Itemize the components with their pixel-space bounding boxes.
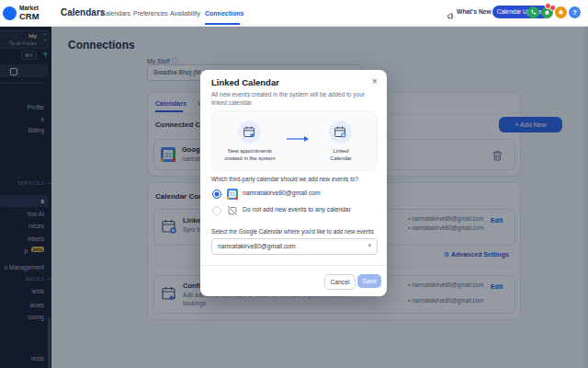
calendar-off-icon [227, 203, 238, 220]
save-button[interactable]: Save [357, 274, 381, 288]
calendar-gear-icon [329, 121, 352, 144]
radio-no-calendar[interactable] [212, 206, 221, 215]
option-google-label[interactable]: namratakirve80@gmail.com [243, 190, 321, 196]
whats-new-icon [447, 7, 455, 24]
tab-availability[interactable]: Availability [170, 10, 200, 17]
whats-new-link[interactable]: What's New [457, 8, 492, 15]
close-icon[interactable]: × [372, 75, 378, 86]
tab-connections[interactable]: Connections [205, 10, 243, 17]
app-window: hly Île de France ▴ ▾ ⌘K + Profile e Bil… [0, 0, 588, 368]
diagram-panel: New appointments created in the system L… [211, 110, 378, 171]
select-value: namratakirve80@gmail.com [218, 243, 296, 249]
tab-connections-underline [205, 23, 240, 25]
announcement-notification-dot [549, 5, 556, 11]
help-icon[interactable]: ? [569, 6, 581, 18]
radio-google-calendar[interactable] [212, 190, 221, 199]
bell-icon[interactable] [555, 6, 567, 18]
arrow-right-icon [286, 130, 310, 146]
google-calendar-select[interactable]: namratakirve80@gmail.com ▾ [211, 238, 378, 255]
phone-icon[interactable] [527, 6, 539, 18]
google-calendar-icon-small: 31 [227, 187, 238, 203]
tab-calendars-header[interactable]: Calendars [101, 10, 130, 17]
logo-text-2: CRM [19, 12, 40, 21]
linked-calendar-modal: Linked Calendar × All new events created… [200, 70, 387, 296]
modal-description: All new events created in the system wil… [211, 90, 377, 107]
header-title: Calendars [61, 7, 105, 17]
cancel-button[interactable]: Cancel [324, 274, 356, 290]
chevron-down-icon: ▾ [368, 242, 371, 249]
select-label: Select the Google Calendar where you'd l… [211, 228, 374, 235]
tab-preferences[interactable]: Preferences [133, 10, 168, 17]
modal-title: Linked Calendar [211, 77, 279, 87]
modal-footer-divider [200, 265, 387, 266]
app-logo[interactable]: Market CRM [0, 0, 51, 26]
option-none-label[interactable]: Do not add new events to any calendar [243, 206, 351, 213]
calendar-plus-icon [238, 121, 261, 144]
logo-icon [3, 6, 17, 20]
diagram-right-label: Linked Calendar [322, 147, 360, 162]
svg-text:31: 31 [230, 191, 235, 197]
modal-question: Which third-party calendar should we add… [211, 176, 358, 182]
diagram-left-label: New appointments created in the system [220, 147, 280, 162]
